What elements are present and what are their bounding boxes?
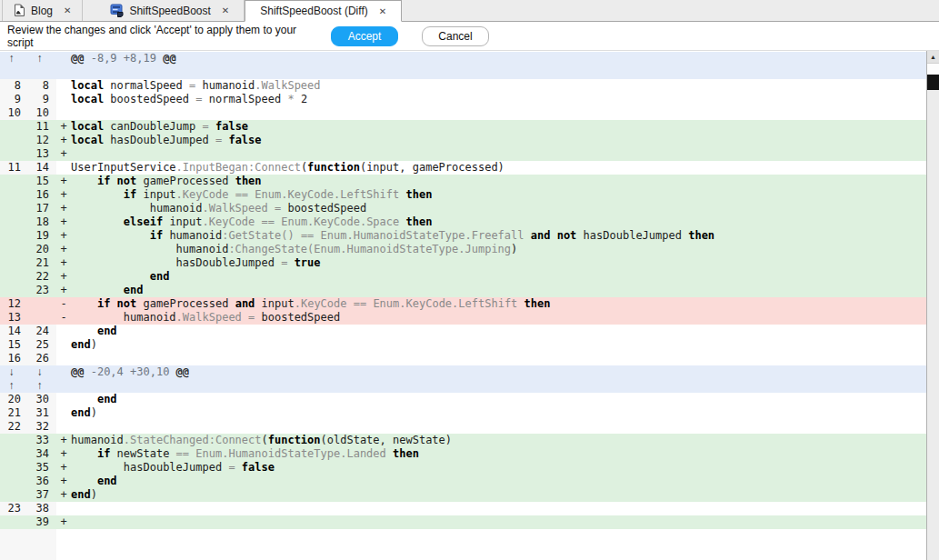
old-line-number — [0, 202, 28, 215]
vertical-scrollbar[interactable]: ▲ — [926, 51, 939, 560]
old-line-number — [0, 65, 28, 79]
code-line — [71, 420, 926, 434]
tab-shiftspeedboost-diff[interactable]: ShiftSpeedBoost (Diff) ✕ — [245, 0, 402, 22]
code-token: end — [97, 393, 117, 405]
code-token: end — [71, 338, 91, 351]
old-line-number — [0, 488, 28, 502]
gutter-fill — [28, 529, 56, 560]
new-line-number: 21 — [28, 256, 56, 270]
diff-row: 12+local hasDoubleJumped = false — [0, 134, 926, 147]
new-line-number — [28, 297, 56, 311]
new-line-number: 31 — [28, 406, 56, 420]
new-line-number: 33 — [28, 434, 56, 447]
scroll-up-button[interactable]: ▲ — [927, 51, 939, 64]
scrollbar-track[interactable] — [927, 64, 939, 75]
new-line-number: 14 — [28, 161, 56, 175]
code-token: then — [405, 188, 432, 201]
code-token: .KeyCode == Enum.KeyCode.LeftShift — [295, 297, 524, 310]
expand-up-icon[interactable]: ↑ — [0, 52, 28, 65]
expand-down-icon[interactable]: ↓ — [0, 365, 28, 379]
new-line-number — [28, 65, 56, 79]
diff-row: 23+ end — [0, 284, 926, 297]
code-token: humanoid — [71, 311, 176, 324]
code-token: if — [97, 175, 110, 187]
code-line: end — [71, 284, 926, 297]
code-token: UserInputService — [71, 161, 176, 174]
new-line-number: 30 — [28, 393, 56, 406]
code-token: true — [295, 256, 321, 269]
expand-up-icon[interactable]: ↑ — [28, 379, 56, 393]
diff-marker: + — [56, 243, 71, 256]
code-token — [71, 393, 97, 405]
new-line-number: 8 — [28, 79, 56, 93]
code-line: @@ -20,4 +30,10 @@ — [71, 365, 926, 379]
close-tab-icon[interactable]: ✕ — [64, 5, 71, 15]
code-token: @@ — [163, 52, 175, 65]
tab-blog[interactable]: Blog ✕ — [2, 0, 83, 21]
diff-row: 2030 end — [0, 393, 926, 406]
new-line-number — [28, 311, 56, 325]
new-line-number: 32 — [28, 420, 56, 434]
diff-row: 33+humanoid.StateChanged:Connect(functio… — [0, 434, 926, 447]
diff-marker: + — [56, 461, 71, 475]
code-token: ) — [91, 406, 97, 419]
scrollbar-thumb[interactable] — [927, 75, 939, 90]
old-line-number: 14 — [0, 325, 28, 338]
code-line: local canDoubleJump = false — [71, 120, 926, 134]
cancel-button[interactable]: Cancel — [422, 26, 489, 46]
code-token: function — [307, 161, 360, 174]
diff-row: 15+ if not gameProcessed then — [0, 175, 926, 188]
diff-marker: - — [56, 297, 71, 311]
expand-down-icon[interactable]: ↓ — [28, 365, 56, 379]
diff-row: 12- if not gameProcessed and input.KeyCo… — [0, 297, 926, 311]
diff-row: 18+ elseif input.KeyCode == Enum.KeyCode… — [0, 215, 926, 229]
code-token: -20,4 +30,10 — [84, 365, 175, 378]
diff-row: 19+ if humanoid:GetState() == Enum.Human… — [0, 229, 926, 243]
code-token: normalSpeed — [104, 79, 189, 92]
old-line-number — [0, 229, 28, 243]
close-tab-icon[interactable]: ✕ — [379, 6, 386, 16]
diff-row: 1525end) — [0, 338, 926, 352]
close-tab-icon[interactable]: ✕ — [222, 5, 229, 15]
old-line-number — [0, 175, 28, 188]
code-token: ) — [511, 243, 517, 255]
code-token: .WalkSpeed — [255, 79, 320, 92]
code-token: function — [268, 434, 321, 446]
old-line-number: 20 — [0, 393, 28, 406]
diff-marker: + — [56, 120, 71, 134]
code-token — [71, 284, 124, 296]
code-line: local boostedSpeed = normalSpeed * 2 — [71, 93, 926, 106]
code-token: hasDoubleJumped — [104, 134, 215, 146]
expand-up-icon[interactable]: ↑ — [0, 379, 28, 393]
code-token: then — [235, 175, 262, 187]
tab-shiftspeedboost[interactable]: ShiftSpeedBoost ✕ — [83, 0, 245, 21]
code-line: if not gameProcessed and input.KeyCode =… — [71, 297, 926, 311]
code-token: local — [71, 134, 104, 146]
diff-view: ↑↑@@ -8,9 +8,19 @@88local normalSpeed = … — [0, 52, 926, 560]
diff-marker: + — [56, 147, 71, 161]
new-line-number: 10 — [28, 106, 56, 120]
accept-button[interactable]: Accept — [331, 26, 398, 46]
code-token — [71, 188, 124, 201]
old-line-number: 13 — [0, 311, 28, 325]
code-line: if humanoid:GetState() == Enum.HumanoidS… — [71, 229, 926, 243]
old-line-number — [0, 434, 28, 447]
expand-up-icon[interactable]: ↑ — [28, 52, 56, 65]
diff-marker — [56, 352, 71, 365]
new-line-number: 36 — [28, 475, 56, 488]
code-token: not — [117, 175, 137, 187]
diff-marker: + — [56, 447, 71, 461]
code-token: elseif — [124, 215, 163, 228]
old-line-number: 12 — [0, 297, 28, 311]
diff-marker — [56, 65, 71, 79]
diff-row: 13- humanoid.WalkSpeed = boostedSpeed — [0, 311, 926, 325]
code-token: canDoubleJump — [104, 120, 202, 133]
diff-row: 39+ — [0, 515, 926, 529]
code-token — [71, 297, 97, 310]
code-token: = — [228, 461, 241, 474]
old-line-number — [0, 515, 28, 529]
code-token: then — [524, 297, 551, 310]
diff-row: 2131end) — [0, 406, 926, 420]
diff-row: 21+ hasDoubleJumped = true — [0, 256, 926, 270]
diff-row: 88local normalSpeed = humanoid.WalkSpeed — [0, 79, 926, 93]
